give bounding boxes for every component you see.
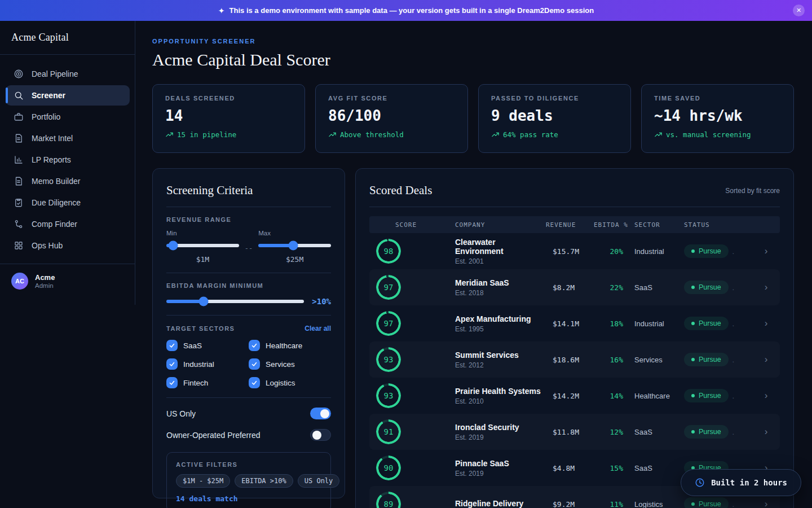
company-cell: Pinnacle SaaS Est. 2019	[448, 459, 546, 478]
sidebar-item-memo-builder[interactable]: Memo Builder	[6, 171, 130, 191]
company-cell: Apex Manufacturing Est. 1995	[448, 314, 546, 333]
status-cell: Pursue .	[684, 353, 752, 366]
checkbox-services[interactable]: Services	[249, 358, 331, 370]
deals-table-body: 98 Clearwater Environment Est. 2001 $15.…	[369, 233, 780, 508]
revenue-max-slider[interactable]	[258, 241, 331, 250]
stat-delta: 15 in pipeline	[165, 130, 292, 139]
sidebar-item-deal-pipeline[interactable]: Deal Pipeline	[6, 64, 130, 84]
sidebar-item-screener[interactable]: Screener	[6, 85, 130, 106]
table-row[interactable]: 97 Apex Manufacturing Est. 1995 $14.1M 1…	[369, 305, 780, 341]
checkbox-industrial[interactable]: Industrial	[166, 358, 249, 370]
stat-value: 9 deals	[491, 107, 618, 124]
close-banner-button[interactable]: ✕	[793, 5, 805, 16]
compare-icon	[14, 219, 24, 229]
slider-thumb[interactable]	[289, 241, 298, 251]
chevron-right-icon[interactable]: ›	[752, 282, 780, 293]
sidebar-item-label: Comp Finder	[32, 220, 77, 229]
checked-checkbox-icon[interactable]	[249, 358, 260, 370]
chevron-right-icon[interactable]: ›	[752, 246, 780, 257]
sidebar-item-ops-hub[interactable]: Ops Hub	[6, 235, 130, 256]
sidebar-item-due-diligence[interactable]: Due Diligence	[6, 192, 130, 213]
sidebar-item-label: Memo Builder	[32, 177, 80, 186]
table-row[interactable]: 93 Summit Services Est. 2012 $18.6M 16% …	[369, 341, 780, 378]
checked-checkbox-icon[interactable]	[249, 340, 260, 351]
ebitda-slider[interactable]	[166, 297, 304, 306]
chevron-right-icon[interactable]: ›	[752, 426, 780, 437]
table-row[interactable]: 97 Meridian SaaS Est. 2018 $8.2M 22% Saa…	[369, 269, 780, 305]
sidebar-item-label: Screener	[32, 91, 65, 100]
status-badge[interactable]: Pursue	[684, 244, 729, 258]
status-badge[interactable]: Pursue	[684, 389, 729, 402]
score-value: 97	[376, 275, 401, 300]
table-row[interactable]: 98 Clearwater Environment Est. 2001 $15.…	[369, 233, 780, 269]
checkbox-fintech[interactable]: Fintech	[166, 377, 249, 388]
sector-value: Services	[634, 356, 684, 364]
checkbox-saas[interactable]: SaaS	[166, 340, 249, 351]
built-in-badge: Built in 2 hours	[681, 469, 801, 496]
sidebar-item-market-intel[interactable]: Market Intel	[6, 128, 130, 148]
score-cell: 93	[369, 347, 448, 372]
sidebar: Acme Capital Deal Pipeline Screener Port…	[0, 21, 135, 508]
stat-card-deals-screened: DEALS SCREENED 14 15 in pipeline	[152, 84, 305, 153]
company-name: Summit Services	[448, 351, 546, 360]
status-dot-icon	[691, 430, 695, 433]
checked-checkbox-icon[interactable]	[166, 340, 178, 351]
chevron-right-icon[interactable]: ›	[752, 498, 780, 508]
revenue-min-slider[interactable]	[166, 241, 239, 250]
chevron-right-icon[interactable]: ›	[752, 390, 780, 401]
divider	[166, 397, 331, 398]
user-profile[interactable]: AC Acme Admin	[0, 264, 135, 298]
chevron-right-icon[interactable]: ›	[752, 318, 780, 329]
status-badge[interactable]: Pursue	[684, 425, 729, 439]
status-cell: Pursue .	[684, 244, 752, 258]
revenue-value: $4.8M	[546, 464, 594, 472]
status-badge[interactable]: Pursue	[684, 281, 729, 294]
status-dot-icon	[691, 502, 695, 506]
table-row[interactable]: 93 Prairie Health Systems Est. 2010 $14.…	[369, 378, 780, 414]
company-established: Est. 2010	[448, 397, 546, 405]
score-cell: 89	[369, 492, 448, 508]
slider-thumb[interactable]	[198, 297, 208, 306]
owner-operated-toggle[interactable]	[310, 429, 331, 441]
separator-dot: .	[732, 319, 735, 328]
sidebar-item-portfolio[interactable]: Portfolio	[6, 107, 130, 127]
us-only-toggle[interactable]	[310, 408, 331, 419]
separator-dot: .	[732, 247, 735, 256]
checkbox-healthcare[interactable]: Healthcare	[249, 340, 331, 351]
checkbox-logistics[interactable]: Logistics	[249, 377, 331, 388]
checked-checkbox-icon[interactable]	[166, 377, 178, 388]
status-badge[interactable]: Pursue	[684, 353, 729, 366]
slider-thumb[interactable]	[168, 241, 178, 251]
ebitda-percent: 16%	[594, 356, 634, 364]
trending-up-icon	[328, 130, 337, 139]
banner-message: This is a demo environment with sample d…	[230, 6, 594, 15]
status-dot-icon	[691, 286, 695, 289]
section-eyebrow: OPPORTUNITY SCREENER	[152, 38, 794, 45]
chevron-right-icon[interactable]: ›	[752, 354, 780, 365]
stat-delta: vs. manual screening	[654, 130, 781, 139]
score-value: 97	[376, 311, 401, 336]
stat-label: TIME SAVED	[654, 95, 781, 102]
sidebar-item-comp-finder[interactable]: Comp Finder	[6, 214, 130, 234]
revenue-value: $14.2M	[546, 392, 594, 400]
screening-criteria-panel: Screening Criteria REVENUE RANGE Min $1M…	[152, 168, 345, 498]
page-title: Acme Capital Deal Scorer	[152, 50, 794, 69]
score-cell: 97	[369, 275, 448, 300]
score-cell: 91	[369, 419, 448, 444]
sector-value: SaaS	[634, 464, 684, 472]
checked-checkbox-icon[interactable]	[249, 377, 260, 388]
max-label: Max	[258, 230, 331, 237]
sidebar-item-lp-reports[interactable]: LP Reports	[6, 150, 130, 170]
trending-up-icon	[165, 130, 174, 139]
status-badge[interactable]: Pursue	[684, 317, 729, 330]
status-badge[interactable]: Pursue	[684, 497, 729, 508]
briefcase-icon	[14, 112, 24, 122]
checked-checkbox-icon[interactable]	[166, 358, 178, 370]
clear-all-link[interactable]: Clear all	[304, 325, 331, 332]
stat-label: DEALS SCREENED	[165, 95, 292, 102]
sidebar-item-label: Ops Hub	[32, 241, 63, 250]
table-row[interactable]: 91 Ironclad Security Est. 2019 $11.8M 12…	[369, 414, 780, 450]
company-established: Est. 2018	[448, 289, 546, 297]
filter-pill-revenue: $1M - $25M	[176, 474, 230, 488]
stats-row: DEALS SCREENED 14 15 in pipeline AVG FIT…	[152, 84, 794, 153]
